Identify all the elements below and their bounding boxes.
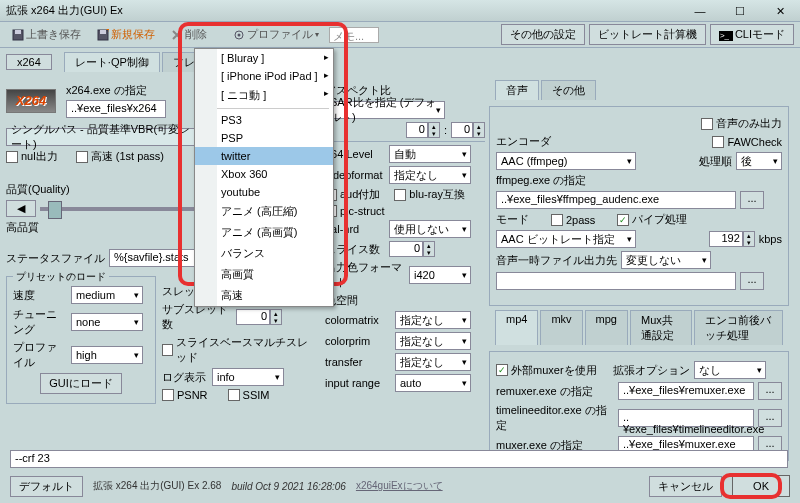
pipe-checkbox[interactable]: ✓パイプ処理 [617, 212, 687, 227]
profile-item-11[interactable]: 高画質 [195, 264, 333, 285]
psnr-checkbox[interactable]: PSNR [162, 389, 208, 401]
x264-logo: X264 [6, 89, 56, 113]
bluray-checkbox[interactable]: blu-ray互換 [394, 187, 465, 202]
speed-combo[interactable]: medium [71, 286, 143, 304]
muxtab-common[interactable]: Mux共通設定 [630, 310, 692, 345]
tle-input[interactable]: ..¥exe_files¥timelineeditor.exe [618, 409, 754, 427]
bitrate-calc-button[interactable]: ビットレート計算機 [589, 24, 706, 45]
profile-item-3[interactable]: PS3 [195, 111, 333, 129]
profile-label: プロファイル [13, 340, 67, 370]
profile-item-9[interactable]: アニメ (高画質) [195, 222, 333, 243]
tr-combo[interactable]: 指定なし [395, 353, 471, 371]
ok-button[interactable]: OK [732, 475, 790, 497]
profile-item-6[interactable]: Xbox 360 [195, 165, 333, 183]
log-combo[interactable]: info [212, 368, 284, 386]
tle-browse[interactable]: ... [758, 409, 782, 427]
2pass-checkbox[interactable]: 2pass [551, 214, 595, 226]
quality-left[interactable]: ◀ [6, 200, 36, 217]
subthreads-spin[interactable]: 0▴▾ [236, 309, 282, 325]
audioonly-checkbox[interactable]: 音声のみ出力 [701, 116, 782, 131]
slices-spin[interactable]: 0▴▾ [389, 241, 435, 257]
profile-dropdown-menu: [ Bluray ][ iPhone iPod iPad ][ ニコ動 ]PS3… [194, 48, 334, 307]
cm-combo[interactable]: 指定なし [395, 311, 471, 329]
crf-input[interactable]: --crf 23 [10, 450, 788, 468]
close-button[interactable]: ✕ [760, 0, 800, 22]
aacmode-combo[interactable]: AAC ビットレート指定 [496, 230, 636, 248]
build-label: build Oct 9 2021 16:28:06 [231, 481, 346, 492]
outfmt-combo[interactable]: i420 [409, 266, 471, 284]
profile-item-4[interactable]: PSP [195, 129, 333, 147]
x264exe-label: x264.exe の指定 [66, 83, 166, 98]
ffpath-input[interactable]: ..¥exe_files¥ffmpeg_audenc.exe [496, 191, 736, 209]
tune-combo[interactable]: none [71, 313, 143, 331]
sar-b[interactable]: 0▴▾ [451, 122, 485, 138]
encoder-combo[interactable]: AAC (ffmpeg) [496, 152, 636, 170]
tmp-path[interactable] [496, 272, 736, 290]
ssim-checkbox[interactable]: SSIM [228, 389, 270, 401]
x264exe-path[interactable]: ..¥exe_files¥x264 [66, 100, 166, 118]
window-title: 拡張 x264 出力(GUI) Ex [6, 3, 680, 18]
subtab-rate[interactable]: レート·QP制御 [64, 52, 160, 72]
muxtab-mpg[interactable]: mpg [585, 310, 628, 345]
cancel-button[interactable]: キャンセル [649, 476, 722, 497]
muxtab-batch[interactable]: エンコ前後バッチ処理 [694, 310, 783, 345]
profile-item-7[interactable]: youtube [195, 183, 333, 201]
order-combo[interactable]: 後 [736, 152, 782, 170]
profile-item-8[interactable]: アニメ (高圧縮) [195, 201, 333, 222]
save-button[interactable]: 上書き保存 [6, 25, 87, 44]
tmp-browse[interactable]: ... [740, 272, 764, 290]
tab-other[interactable]: その他 [541, 80, 596, 100]
muxtab-mkv[interactable]: mkv [540, 310, 582, 345]
newsave-button[interactable]: +新規保存 [91, 25, 161, 44]
profile-item-5[interactable]: twitter [195, 147, 333, 165]
x264-tab[interactable]: x264 [6, 54, 52, 70]
memo-input[interactable]: メモ... [329, 27, 379, 43]
nalhrd-label: nal-hrd [325, 223, 385, 235]
disk-plus-icon: + [97, 29, 109, 41]
profile-dropdown-button[interactable]: プロファイル ▾ [227, 25, 325, 44]
other-settings-button[interactable]: その他の設定 [501, 24, 585, 45]
encoder-label: エンコーダ [496, 134, 551, 149]
cp-combo[interactable]: 指定なし [395, 332, 471, 350]
ffpath-browse[interactable]: ... [740, 191, 764, 209]
profile-item-2[interactable]: [ ニコ動 ] [195, 85, 333, 106]
default-button[interactable]: デフォルト [10, 476, 83, 497]
profile-combo[interactable]: high [71, 346, 143, 364]
tmp-label: 音声一時ファイル出力先 [496, 253, 617, 268]
cli-mode-button[interactable]: >_CLIモード [710, 24, 794, 45]
remux-browse[interactable]: ... [758, 382, 782, 400]
level-combo[interactable]: 自動 [389, 145, 471, 163]
maximize-button[interactable]: ☐ [720, 0, 760, 22]
tle-label: timelineeditor.exe の指定 [496, 403, 614, 433]
speed-label: 速度 [13, 288, 67, 303]
statusfile-label: ステータスファイル [6, 251, 105, 266]
tmp-combo[interactable]: 変更しない [621, 251, 711, 269]
profile-item-10[interactable]: バランス [195, 243, 333, 264]
ir-combo[interactable]: auto [395, 374, 471, 392]
vfmt-combo[interactable]: 指定なし [389, 166, 471, 184]
quality-slider[interactable] [40, 207, 200, 211]
delete-button[interactable]: 削除 [165, 25, 213, 44]
extopt-combo[interactable]: なし [694, 361, 766, 379]
nalhrd-combo[interactable]: 使用しない [389, 220, 471, 238]
slices-label: スライス数 [325, 242, 385, 257]
slicemt-checkbox[interactable]: スライスベースマルチスレッド [162, 335, 314, 365]
extmuxer-checkbox[interactable]: ✓外部muxerを使用 [496, 363, 597, 378]
profile-item-0[interactable]: [ Bluray ] [195, 49, 333, 67]
ratemode-combo[interactable]: シングルパス - 品質基準VBR(可変レート) [6, 128, 206, 146]
sar-combo[interactable]: SAR比を指定 (デフォルト) [325, 101, 445, 119]
disk-icon [12, 29, 24, 41]
profile-item-12[interactable]: 高速 [195, 285, 333, 306]
profile-item-1[interactable]: [ iPhone iPod iPad ] [195, 67, 333, 85]
vfmt-label: videoformat [325, 169, 385, 181]
load-preset-button[interactable]: GUIにロード [40, 373, 122, 394]
minimize-button[interactable]: — [680, 0, 720, 22]
tab-audio[interactable]: 音声 [495, 80, 539, 100]
bitrate-spin[interactable]: 192▴▾ [709, 231, 755, 247]
remux-input[interactable]: ..¥exe_files¥remuxer.exe [618, 382, 754, 400]
terminal-icon: >_ [719, 31, 733, 41]
about-link[interactable]: x264guiExについて [356, 479, 443, 493]
faw-checkbox[interactable]: FAWCheck [712, 136, 782, 148]
cp-label: colorprim [325, 335, 391, 347]
muxtab-mp4[interactable]: mp4 [495, 310, 538, 345]
